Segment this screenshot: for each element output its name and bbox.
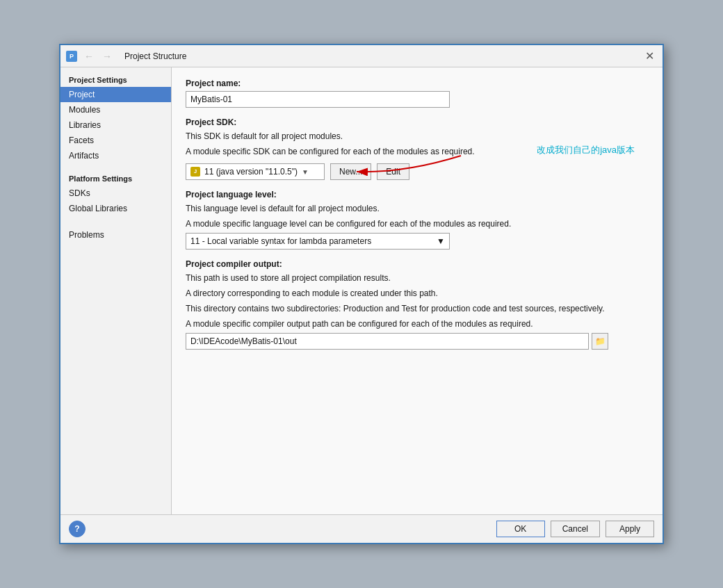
sidebar-item-libraries[interactable]: Libraries (60, 117, 171, 133)
sdk-dropdown-arrow-icon: ▼ (302, 168, 309, 176)
sdk-new-button[interactable]: New... (330, 163, 371, 180)
lang-desc1: This language level is default for all p… (186, 202, 649, 215)
compiler-desc3: This directory contains two subdirectori… (186, 302, 649, 315)
folder-browse-button[interactable]: 📁 (592, 333, 608, 350)
sidebar-item-project[interactable]: Project (60, 87, 171, 102)
cancel-button[interactable]: Cancel (551, 521, 600, 537)
lang-dropdown[interactable]: 11 - Local variable syntax for lambda pa… (186, 233, 450, 250)
dialog-title: Project Structure (124, 51, 638, 61)
help-button[interactable]: ? (69, 521, 86, 537)
dialog-body: Project Settings Project Modules Librari… (60, 67, 663, 514)
sidebar-item-modules[interactable]: Modules (60, 102, 171, 117)
compiler-desc4: A module specific compiler output path c… (186, 318, 649, 330)
sidebar-item-facets[interactable]: Facets (60, 133, 171, 148)
dialog-footer: ? OK Cancel Apply (60, 514, 663, 543)
sdk-desc1: This SDK is default for all project modu… (186, 130, 649, 142)
sdk-dropdown[interactable]: J 11 (java version "11.0.5") ▼ (186, 163, 325, 180)
project-structure-dialog: P ← → Project Structure ✕ Project Settin… (59, 44, 664, 544)
folder-icon: 📁 (595, 336, 606, 346)
back-button[interactable]: ← (81, 51, 97, 62)
forward-button[interactable]: → (99, 51, 115, 62)
sidebar-item-problems[interactable]: Problems (60, 227, 171, 243)
java-icon: J (190, 167, 200, 177)
compiler-path-input[interactable] (186, 333, 589, 350)
sidebar-item-sdks[interactable]: SDKs (60, 186, 171, 201)
project-settings-label: Project Settings (60, 70, 171, 87)
sidebar: Project Settings Project Modules Librari… (60, 67, 172, 514)
compiler-section-label: Project compiler output: (186, 259, 649, 269)
title-bar-controls: ✕ (642, 49, 657, 63)
project-name-input[interactable] (186, 91, 450, 108)
apply-button[interactable]: Apply (606, 521, 654, 537)
compiler-desc2: A directory corresponding to each module… (186, 287, 649, 300)
sidebar-item-artifacts[interactable]: Artifacts (60, 148, 171, 163)
project-name-label: Project name: (186, 79, 649, 88)
lang-section-label: Project language level: (186, 190, 649, 199)
dialog-icon: P (66, 51, 77, 62)
sidebar-item-global-libraries[interactable]: Global Libraries (60, 201, 171, 216)
sdk-row: J 11 (java version "11.0.5") ▼ New... Ed… (186, 163, 649, 180)
lang-dropdown-arrow-icon: ▼ (437, 236, 445, 246)
sdk-edit-button[interactable]: Edit (377, 163, 409, 180)
sdk-section-label: Project SDK: (186, 117, 649, 127)
lang-desc2: A module specific language level can be … (186, 218, 649, 230)
sdk-annotation-text: 改成我们自己的java版本 (537, 144, 635, 156)
nav-buttons: ← → (81, 51, 115, 62)
compiler-desc1: This path is used to store all project c… (186, 272, 649, 284)
title-bar: P ← → Project Structure ✕ (60, 45, 663, 67)
main-content: Project name: Project SDK: This SDK is d… (172, 67, 663, 514)
platform-settings-label: Platform Settings (60, 169, 171, 186)
ok-button[interactable]: OK (496, 521, 545, 537)
compiler-output-row: 📁 (186, 333, 649, 350)
close-button[interactable]: ✕ (642, 49, 657, 63)
